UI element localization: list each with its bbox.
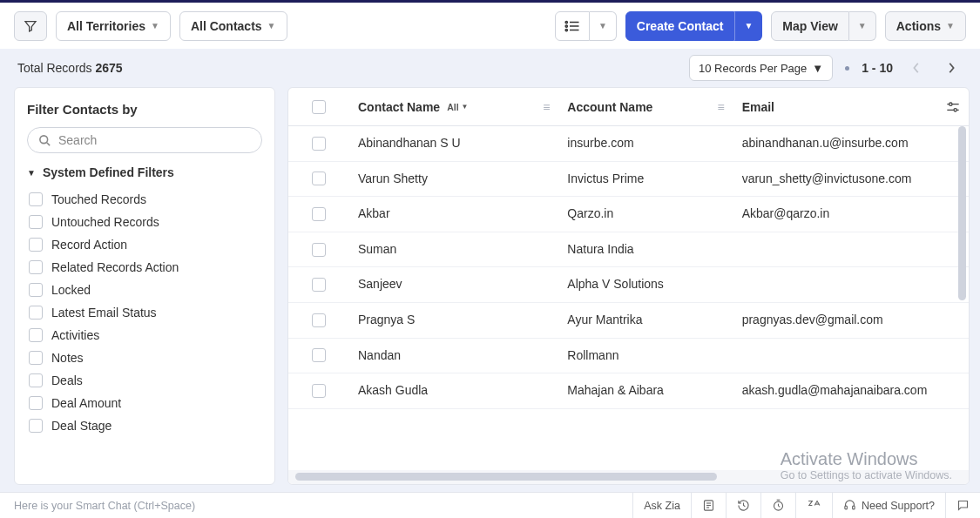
checkbox[interactable]: [29, 419, 43, 433]
map-view-group: Map View ▼: [771, 11, 875, 41]
filter-label: Untouched Records: [51, 215, 159, 229]
col-account-name[interactable]: Account Name ≡: [558, 100, 733, 114]
row-checkbox[interactable]: [312, 207, 326, 221]
section-system-filters[interactable]: ▼ System Defined Filters: [27, 165, 262, 179]
checkbox[interactable]: [29, 192, 43, 206]
ask-zia-button[interactable]: Ask Zia: [632, 493, 691, 518]
need-support-button[interactable]: Need Support?: [832, 493, 945, 518]
vertical-scrollbar[interactable]: [956, 126, 967, 470]
row-checkbox[interactable]: [312, 384, 326, 398]
select-all-checkbox[interactable]: [312, 100, 326, 114]
svg-rect-21: [845, 506, 848, 509]
contacts-scope-dropdown[interactable]: All Contacts ▼: [179, 11, 287, 41]
checkbox[interactable]: [29, 238, 43, 252]
checkbox[interactable]: [29, 215, 43, 229]
footer-chat-button[interactable]: [945, 493, 980, 518]
table-row[interactable]: NandanRollmann: [288, 339, 969, 374]
filter-item[interactable]: Untouched Records: [27, 211, 262, 233]
filter-label: Activities: [51, 328, 99, 342]
row-checkbox[interactable]: [312, 313, 326, 327]
table-row[interactable]: Akash GudlaMahajan & Aibaraakash.gudla@m…: [288, 373, 969, 409]
scrollbar-thumb[interactable]: [958, 126, 966, 300]
row-checkbox[interactable]: [312, 278, 326, 292]
row-checkbox[interactable]: [312, 172, 326, 185]
cell-contact-name: Suman: [349, 241, 558, 259]
prev-page-button[interactable]: [905, 57, 928, 79]
chevron-down-icon: ▼: [598, 21, 607, 30]
checkbox[interactable]: [29, 351, 43, 365]
cell-email: abinandhanan.u@insurbe.com: [733, 135, 943, 152]
checkbox[interactable]: [29, 373, 43, 387]
filter-item[interactable]: Locked: [27, 279, 262, 301]
row-checkbox[interactable]: [312, 348, 326, 362]
create-contact-dropdown[interactable]: ▼: [734, 11, 762, 41]
footer-notes-button[interactable]: [691, 493, 726, 518]
checkbox[interactable]: [29, 260, 43, 274]
footer-zia-button[interactable]: [795, 493, 832, 518]
list-view-button[interactable]: [555, 11, 590, 41]
filter-sidebar: Filter Contacts by ▼ System Defined Filt…: [14, 87, 275, 485]
svg-line-18: [778, 506, 780, 507]
checkbox[interactable]: [29, 306, 43, 320]
svg-point-0: [565, 21, 567, 23]
records-per-page-dropdown[interactable]: 10 Records Per Page ▼: [689, 55, 833, 81]
filter-item[interactable]: Deal Amount: [27, 392, 262, 414]
table-row[interactable]: Pragnya SAyur Mantrikapragnyas.dev@gmail…: [288, 303, 969, 339]
filter-search[interactable]: [27, 127, 262, 153]
footer-history-button[interactable]: [726, 493, 760, 518]
table-row[interactable]: Abinandhanan S Uinsurbe.comabinandhanan.…: [288, 126, 969, 162]
territories-dropdown[interactable]: All Territories ▼: [56, 11, 171, 41]
table-row[interactable]: Varun ShettyInvictus Primevarun_shetty@i…: [288, 162, 969, 198]
filter-item[interactable]: Related Records Action: [27, 256, 262, 279]
filter-item[interactable]: Touched Records: [27, 188, 262, 211]
row-checkbox[interactable]: [312, 137, 326, 151]
svg-point-6: [40, 135, 48, 143]
total-records: Total Records 2675: [17, 61, 123, 75]
map-view-dropdown[interactable]: ▼: [849, 11, 876, 41]
next-page-button[interactable]: [940, 57, 963, 79]
horizontal-scrollbar[interactable]: [288, 470, 969, 484]
total-records-label: Total Records: [17, 61, 92, 75]
toolbar: All Territories ▼ All Contacts ▼ ▼ Creat…: [0, 0, 980, 49]
col-contact-name[interactable]: Contact Name All ▼ ≡: [349, 100, 558, 114]
create-contact-button[interactable]: Create Contact: [625, 11, 735, 41]
map-view-button[interactable]: Map View: [771, 11, 849, 41]
need-support-label: Need Support?: [862, 500, 935, 512]
smart-chat-hint[interactable]: Here is your Smart Chat (Ctrl+Space): [0, 500, 632, 512]
filter-item[interactable]: Record Action: [27, 233, 262, 256]
drag-handle-icon[interactable]: ≡: [543, 100, 550, 114]
history-icon: [737, 499, 750, 512]
footer-clock-button[interactable]: [760, 493, 795, 518]
cell-contact-name: Abinandhanan S U: [349, 135, 558, 152]
list-view-dropdown[interactable]: ▼: [590, 11, 617, 41]
contact-name-all-filter[interactable]: All ▼: [447, 102, 468, 112]
drag-handle-icon[interactable]: ≡: [717, 100, 724, 114]
checkbox[interactable]: [29, 396, 43, 410]
contacts-scope-label: All Contacts: [191, 19, 262, 33]
chevron-down-icon: ▼: [267, 21, 276, 30]
column-settings-button[interactable]: [943, 97, 963, 118]
cell-account-name: Alpha V Solutions: [558, 276, 733, 293]
table-row[interactable]: SumanNatura India: [288, 232, 969, 268]
filter-item[interactable]: Activities: [27, 324, 262, 346]
filter-toggle-button[interactable]: [14, 11, 47, 41]
filter-label: Deal Amount: [51, 396, 121, 410]
cell-account-name: insurbe.com: [558, 135, 733, 152]
filter-item[interactable]: Deal Stage: [27, 414, 262, 437]
svg-point-11: [954, 109, 956, 111]
scrollbar-thumb[interactable]: [295, 473, 717, 481]
filter-item[interactable]: Notes: [27, 346, 262, 369]
table-row[interactable]: AkbarQarzo.inAkbar@qarzo.in: [288, 197, 969, 232]
actions-dropdown[interactable]: Actions ▼: [885, 11, 966, 41]
row-checkbox[interactable]: [312, 243, 326, 257]
filter-item[interactable]: Deals: [27, 369, 262, 392]
headset-icon: [843, 499, 856, 512]
cell-account-name: Invictus Prime: [558, 171, 733, 188]
col-email[interactable]: Email: [733, 100, 943, 114]
ask-zia-label: Ask Zia: [644, 500, 680, 512]
checkbox[interactable]: [29, 328, 43, 342]
search-input[interactable]: [58, 133, 251, 147]
checkbox[interactable]: [29, 283, 43, 297]
filter-item[interactable]: Latest Email Status: [27, 301, 262, 324]
table-row[interactable]: SanjeevAlpha V Solutions: [288, 267, 969, 303]
